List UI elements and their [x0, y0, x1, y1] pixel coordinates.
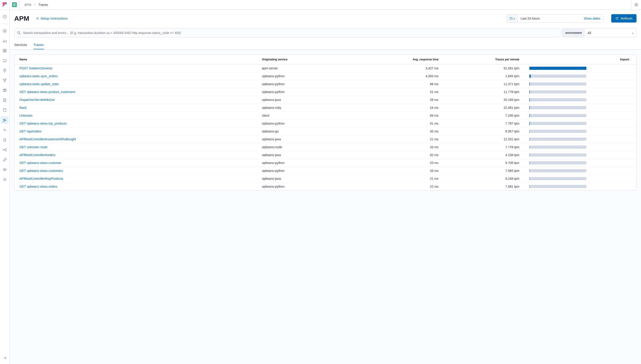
search-input[interactable] [23, 31, 557, 35]
apm-icon [3, 118, 7, 122]
service-cell: opbeans-go [257, 128, 363, 135]
col-header-avg[interactable]: Avg. response time [363, 55, 444, 64]
ml-icon [3, 78, 7, 82]
monitor-icon [3, 168, 7, 172]
table-row: GET opbeans.views.top_products opbeans-p… [15, 120, 636, 128]
table-row: GET unknown route opbeans-node 33 ms 7.7… [15, 143, 636, 151]
nav-dashboard[interactable] [1, 47, 9, 54]
trace-name-link[interactable]: Rack [19, 106, 27, 110]
impact-cell [524, 167, 636, 175]
impact-cell [524, 104, 636, 112]
nav-recently-viewed[interactable] [1, 13, 9, 20]
svg-rect-5 [5, 49, 6, 50]
tpm-cell: 12.331 tpm [444, 135, 524, 143]
nav-canvas[interactable] [1, 57, 9, 64]
refresh-label: Refresh [620, 16, 632, 20]
nav-ml[interactable] [1, 76, 9, 84]
trace-name-link[interactable]: GET opbeans.views.customer [19, 161, 62, 165]
table-row: Unknown client 69 ms 7.295 tpm [15, 112, 636, 120]
trace-name-link[interactable]: APIRestController#customerWhoBought [19, 138, 76, 141]
refresh-button[interactable]: Refresh [611, 14, 636, 22]
tab-traces[interactable]: Traces [34, 43, 44, 49]
heartbeat-icon [3, 128, 7, 132]
date-picker-calendar-button[interactable] [507, 14, 518, 22]
impact-cell [524, 151, 636, 159]
document-icon [3, 108, 7, 112]
impact-bar [529, 114, 586, 117]
nav-siem[interactable] [1, 106, 9, 114]
space-letter: D [14, 3, 16, 6]
impact-bar [529, 106, 586, 109]
col-header-name[interactable]: Name [15, 55, 257, 64]
nav-management[interactable] [1, 176, 9, 183]
nav-security[interactable] [1, 136, 9, 144]
col-header-impact[interactable]: Impact↓ [524, 55, 636, 64]
nav-maps[interactable] [1, 67, 9, 74]
trace-name-link[interactable]: GET opbeans.views.orders [19, 185, 58, 188]
svg-rect-15 [4, 140, 6, 142]
col-header-service[interactable]: Originating service [257, 55, 363, 64]
tab-services[interactable]: Services [14, 43, 27, 49]
svg-rect-7 [5, 51, 6, 52]
trace-name-link[interactable]: APIRestController#orders [19, 153, 56, 157]
nav-apm[interactable] [1, 116, 9, 124]
nav-discover[interactable] [1, 27, 9, 35]
help-icon [634, 3, 638, 6]
space-selector[interactable]: D [10, 0, 19, 10]
nav-uptime[interactable] [1, 126, 9, 134]
trace-name-link[interactable]: Unknown [19, 114, 33, 117]
avg-cell: 88 ms [363, 80, 444, 88]
kibana-logo[interactable] [0, 0, 10, 10]
trace-name-link[interactable]: POST /intake/v2/events [19, 66, 53, 70]
pin-icon [3, 68, 7, 72]
side-nav [0, 10, 10, 364]
kibana-logo-icon [3, 2, 7, 7]
search-box[interactable] [14, 28, 560, 38]
trace-name-link[interactable]: GET opbeans.views.customers [19, 169, 63, 172]
trace-name-link[interactable]: GET /api/orders [19, 130, 42, 133]
table-row: APIRestController#customerWhoBought opbe… [15, 135, 636, 143]
traces-table: Name Originating service Avg. response t… [14, 54, 636, 190]
avg-cell: 21 ms [363, 175, 444, 183]
nav-logs[interactable] [1, 96, 9, 104]
nav-monitoring[interactable] [1, 166, 9, 174]
nav-visualize[interactable] [1, 37, 9, 44]
environment-filter[interactable]: environment All [562, 28, 636, 38]
collapse-icon [3, 356, 7, 360]
service-cell: opbeans-node [257, 143, 363, 151]
trace-name-link[interactable]: DispatcherServlet#doGet [19, 98, 55, 102]
tpm-cell: 8.957 tpm [444, 128, 524, 135]
impact-bar [529, 138, 586, 141]
impact-bar [529, 130, 586, 133]
col-header-tpm[interactable]: Traces per minute [444, 55, 524, 64]
nav-graph[interactable] [1, 146, 9, 154]
nav-collapse[interactable] [1, 354, 9, 362]
date-range-display[interactable]: Last 24 hours [518, 14, 581, 22]
compass-icon [3, 29, 7, 33]
space-badge: D [12, 2, 17, 7]
trace-name-link[interactable]: APIRestController#topProducts [19, 177, 63, 180]
top-header: D APM / Traces [0, 0, 641, 10]
impact-bar [529, 154, 586, 156]
avg-cell: 22 ms [363, 183, 444, 190]
trace-name-link[interactable]: GET opbeans.views.product_customers [19, 90, 75, 94]
cube-icon [3, 88, 7, 92]
svg-point-18 [6, 150, 6, 151]
breadcrumb-parent[interactable]: APM [24, 3, 31, 6]
trace-name-link[interactable]: GET unknown route [19, 145, 47, 149]
gear-icon [3, 178, 7, 182]
nav-dev-tools[interactable] [1, 156, 9, 164]
setup-instructions-link[interactable]: Setup Instructions [36, 16, 68, 20]
avg-cell: 28 ms [363, 96, 444, 104]
svg-point-17 [6, 148, 6, 149]
trace-name-link[interactable]: opbeans.tasks.sync_orders [19, 74, 58, 78]
tpm-cell: 8.248 tpm [444, 175, 524, 183]
refresh-icon [615, 17, 619, 20]
trace-name-link[interactable]: GET opbeans.views.top_products [19, 122, 67, 125]
trace-name-link[interactable]: opbeans.tasks.update_stats [19, 82, 59, 86]
help-menu[interactable] [631, 0, 641, 10]
tpm-cell: 22.481 tpm [444, 104, 524, 112]
tpm-cell: 1.845 tpm [444, 72, 524, 80]
nav-infrastructure[interactable] [1, 86, 9, 94]
show-dates-button[interactable]: Show dates [581, 14, 603, 22]
